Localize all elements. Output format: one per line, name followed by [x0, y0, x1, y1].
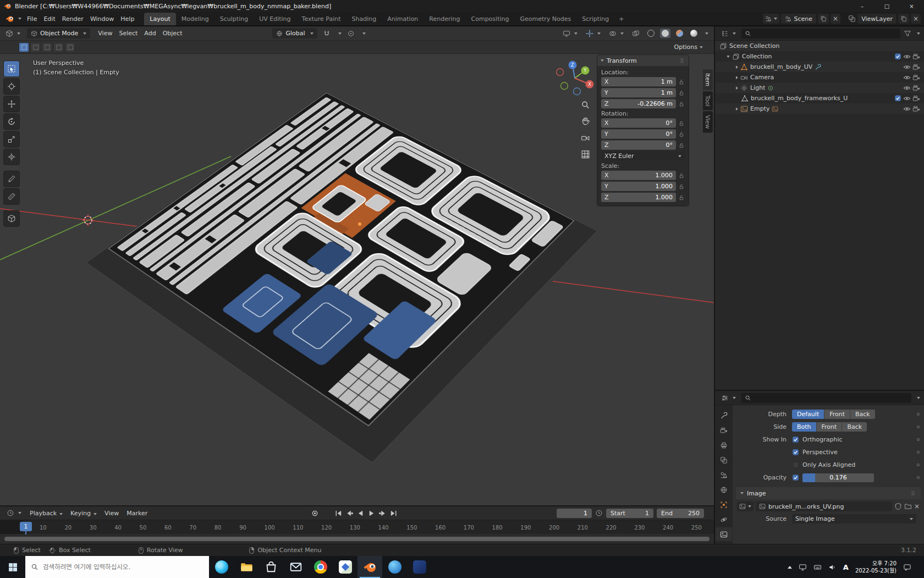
hide-eye-icon[interactable] [903, 84, 911, 92]
properties-options-button[interactable] [917, 397, 920, 399]
pan-hand-icon[interactable] [581, 117, 590, 126]
collapse-icon[interactable] [727, 56, 730, 58]
workspace-tab[interactable]: Modeling [176, 13, 215, 25]
properties-tab-scene-icon[interactable] [716, 468, 732, 482]
outliner-search-input[interactable] [754, 30, 897, 37]
timeline-editor-type-button[interactable] [4, 509, 24, 517]
play-button[interactable] [367, 509, 376, 517]
snap-options-button[interactable] [338, 32, 342, 35]
proportional-options-button[interactable] [362, 32, 366, 35]
timeline-menu-item[interactable]: Playback [26, 510, 67, 517]
annotate-tool[interactable] [3, 171, 20, 187]
select-mode-subtract[interactable] [42, 42, 52, 52]
browse-image-button[interactable] [737, 501, 754, 511]
taskbar-app-mail[interactable] [283, 556, 308, 578]
source-dropdown[interactable]: Single Image [792, 514, 916, 524]
viewport-menu-item[interactable]: Object [160, 30, 186, 37]
animate-dot[interactable] [917, 413, 920, 416]
taskbar-app-edge[interactable] [209, 556, 234, 578]
expand-icon[interactable] [736, 86, 738, 90]
outliner-row-collection[interactable]: Collection [715, 51, 924, 62]
xray-toggle[interactable] [630, 29, 642, 38]
taskbar-app-notes[interactable] [333, 556, 358, 578]
play-reverse-button[interactable] [356, 509, 365, 517]
unlink-image-button[interactable]: × [914, 503, 920, 510]
lock-icon[interactable] [678, 194, 685, 201]
workspace-tab[interactable]: Sculpting [215, 13, 254, 25]
mode-dropdown[interactable]: Object Mode [27, 28, 90, 39]
taskbar-app-office[interactable] [407, 556, 432, 578]
transform-tool[interactable] [3, 149, 20, 165]
properties-editor-type-button[interactable] [719, 394, 738, 402]
hide-eye-icon[interactable] [903, 105, 911, 113]
workspace-tab[interactable]: Scripting [576, 13, 614, 25]
side-back-button[interactable]: Back [842, 422, 867, 432]
panel-grip-icon[interactable] [679, 57, 685, 64]
select-mode-invert[interactable] [53, 42, 64, 52]
select-mode-extend[interactable] [30, 42, 41, 52]
filter-icon[interactable] [904, 30, 911, 37]
fake-user-shield-icon[interactable] [894, 503, 902, 510]
frame-start-field[interactable]: Start1 [606, 509, 653, 518]
properties-tab-viewlayer-icon[interactable] [716, 453, 732, 467]
viewport-menu-item[interactable]: View [95, 30, 116, 37]
select-mode-new[interactable] [19, 42, 29, 52]
exclude-checkbox[interactable] [894, 53, 901, 60]
rotation-z-field[interactable]: Z0° [601, 140, 676, 150]
lock-icon[interactable] [678, 101, 685, 107]
workspace-tab[interactable]: Compositing [466, 13, 515, 25]
outliner-editor-type-button[interactable] [719, 29, 738, 38]
menu-item[interactable]: Edit [40, 15, 58, 23]
workspace-tab[interactable]: Layout [144, 13, 175, 25]
opacity-slider[interactable]: 0.176 [802, 473, 874, 482]
depth-default-button[interactable]: Default [792, 410, 824, 419]
hide-eye-icon[interactable] [903, 53, 911, 61]
sidebar-tab-tool[interactable]: Tool [703, 91, 713, 110]
scale-z-field[interactable]: Z1.000 [601, 193, 676, 202]
cursor-tool[interactable] [3, 78, 20, 95]
scale-x-field[interactable]: X1.000 [601, 171, 676, 180]
overlays-button[interactable] [607, 29, 626, 38]
next-keyframe-button[interactable] [378, 509, 387, 517]
workspace-tab[interactable]: Animation [382, 13, 424, 25]
lock-icon[interactable] [678, 142, 685, 149]
close-button[interactable]: × [899, 0, 924, 12]
lock-icon[interactable] [678, 131, 685, 138]
zoom-icon[interactable] [581, 100, 590, 110]
unlink-scene-button[interactable]: × [831, 14, 840, 24]
gizmos-button[interactable] [584, 29, 603, 38]
start-button[interactable] [0, 556, 25, 578]
tray-volume-icon[interactable] [828, 563, 837, 571]
taskbar-app-blender[interactable] [358, 556, 382, 578]
location-z-field[interactable]: Z-0.22606 m [601, 99, 676, 108]
opacity-checkbox[interactable] [792, 474, 799, 481]
outliner-row-body-uv[interactable]: bruckell_m_body_UV [715, 62, 924, 72]
depth-front-button[interactable]: Front [824, 410, 850, 419]
taskbar-clock[interactable]: 오후 7:20 2022-05-23(월) [855, 560, 897, 574]
animate-dot[interactable] [917, 464, 920, 466]
taskbar-app-file-explorer[interactable] [234, 556, 258, 578]
viewport-menu-item[interactable]: Add [141, 30, 159, 37]
notification-center-icon[interactable] [903, 563, 911, 571]
scale-y-field[interactable]: Y1.000 [601, 182, 676, 191]
transform-orientation-dropdown[interactable]: Global [272, 28, 317, 39]
snap-toggle[interactable] [321, 29, 333, 38]
ortho-toggle-icon[interactable] [581, 150, 590, 159]
open-image-folder-icon[interactable] [904, 503, 912, 510]
expand-icon[interactable] [736, 107, 738, 111]
maximize-button[interactable]: □ [875, 0, 899, 12]
tray-expand-icon[interactable] [788, 566, 792, 569]
move-tool[interactable] [3, 96, 20, 112]
shading-options-button[interactable] [705, 32, 708, 35]
properties-tab-output-icon[interactable] [716, 438, 732, 452]
rotate-tool[interactable] [3, 113, 20, 130]
properties-tab-world-icon[interactable] [716, 483, 732, 497]
location-y-field[interactable]: Y1 m [601, 88, 676, 97]
rotation-y-field[interactable]: Y0° [601, 129, 676, 139]
taskbar-app-communicator[interactable] [382, 556, 407, 578]
taskbar-app-chrome[interactable] [308, 556, 333, 578]
disable-render-icon[interactable] [912, 105, 920, 113]
taskbar-search[interactable] [25, 556, 209, 578]
options-dropdown[interactable]: Options [674, 43, 703, 51]
viewlayer-selector[interactable]: ViewLayer [857, 14, 897, 24]
